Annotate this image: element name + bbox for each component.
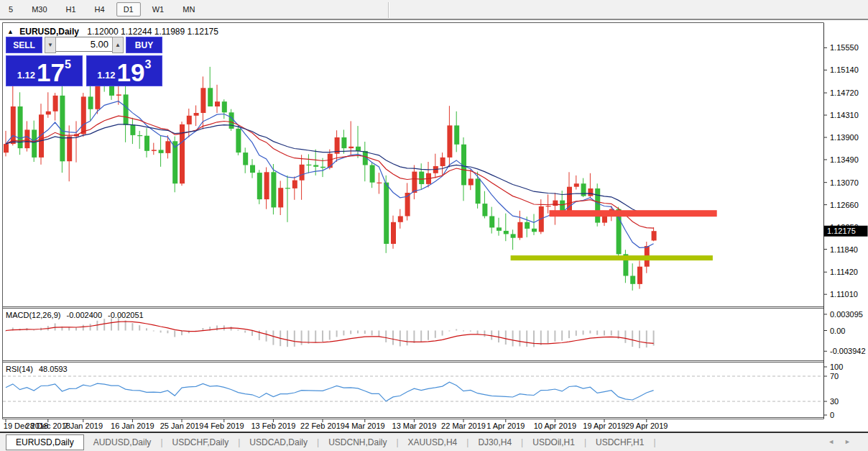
timeframe-button-d1[interactable]: D1 — [116, 2, 141, 17]
svg-text:29 Apr 2019: 29 Apr 2019 — [625, 422, 668, 430]
timeframe-toolbar: 5M30H1H4D1W1MN — [0, 0, 868, 20]
svg-text:100: 100 — [830, 363, 843, 371]
sell-price-box[interactable]: 1.12175 — [6, 55, 83, 86]
svg-text:13 Mar 2019: 13 Mar 2019 — [392, 422, 437, 430]
svg-text:-0.003942: -0.003942 — [830, 347, 866, 355]
chart-tab-usdchf-daily[interactable]: USDCHF,Daily — [163, 435, 239, 450]
chart-tab-eurusd-daily[interactable]: EURUSD,Daily — [6, 434, 84, 450]
sr-line — [550, 210, 717, 217]
chart-tab-xauusd-h4[interactable]: XAUUSD,H4 — [399, 435, 467, 450]
sell-price-sup: 5 — [65, 58, 71, 71]
chart-tab-usdchf-h1[interactable]: USDCHF,H1 — [586, 435, 653, 450]
toolbar-separator — [388, 2, 389, 18]
svg-text:1.15140: 1.15140 — [830, 65, 859, 74]
buy-price-box[interactable]: 1.12193 — [86, 55, 163, 86]
svg-text:0.003095: 0.003095 — [830, 310, 863, 319]
chart-tab-usdcad-daily[interactable]: USDCAD,Daily — [240, 435, 317, 450]
svg-text:1.11420: 1.11420 — [830, 268, 858, 276]
svg-text:25 Jan 2019: 25 Jan 2019 — [160, 422, 204, 430]
volume-decrease-button[interactable]: ▼ — [45, 37, 56, 53]
rsi-name: RSI(14) — [6, 365, 33, 373]
macd-name: MACD(12,26,9) — [6, 311, 60, 319]
svg-text:22 Feb 2019: 22 Feb 2019 — [300, 422, 345, 430]
chart-tab-usdcnh-daily[interactable]: USDCNH,Daily — [319, 435, 396, 450]
svg-text:1.14720: 1.14720 — [830, 88, 859, 97]
svg-text:13 Feb 2019: 13 Feb 2019 — [251, 422, 296, 430]
chart-tab-dj30-h4[interactable]: DJ30,H4 — [468, 435, 521, 450]
timeframe-button-w1[interactable]: W1 — [145, 2, 172, 17]
timeframe-button-m30[interactable]: M30 — [24, 2, 54, 17]
rsi-label: RSI(14) 48.0593 — [6, 365, 71, 373]
svg-text:1.13900: 1.13900 — [830, 133, 859, 142]
volume-increase-button[interactable]: ▲ — [112, 37, 124, 53]
svg-text:70: 70 — [830, 372, 839, 381]
timeframe-button-mn[interactable]: MN — [175, 2, 202, 17]
tab-scroll-left-icon[interactable]: ◄ — [828, 438, 844, 445]
macd-main-value: -0.002400 — [66, 311, 102, 319]
svg-text:30: 30 — [830, 397, 839, 406]
svg-text:4 Mar 2019: 4 Mar 2019 — [345, 422, 385, 430]
volume-input[interactable] — [56, 37, 112, 52]
macd-label: MACD(12,26,9) -0.002400 -0.002051 — [6, 311, 147, 319]
rsi-value: 48.0593 — [39, 365, 68, 373]
svg-text:1.12660: 1.12660 — [830, 201, 859, 209]
volume-spinner: ▼ ▲ — [45, 37, 124, 53]
svg-text:1.11010: 1.11010 — [830, 290, 858, 299]
chart-tab-audusd-daily[interactable]: AUDUSD,Daily — [84, 435, 161, 450]
one-click-trading-panel: SELL ▼ ▲ BUY 1.12175 1.12193 — [6, 37, 162, 86]
collapse-icon[interactable]: ▲ — [7, 28, 14, 35]
chart-ohlc-values: 1.12000 1.12244 1.11989 1.12175 — [87, 27, 218, 37]
tab-scroll-right-icon[interactable]: ► — [844, 438, 861, 445]
trading-terminal: { "toolbar": { "timeframes": [ {"label":… — [0, 0, 868, 451]
sell-button[interactable]: SELL — [6, 37, 42, 53]
svg-text:1.13490: 1.13490 — [830, 155, 859, 164]
buy-button[interactable]: BUY — [126, 37, 162, 53]
svg-text:7 Jan 2019: 7 Jan 2019 — [64, 422, 103, 430]
svg-text:0: 0 — [830, 411, 834, 419]
svg-text:0.00: 0.00 — [830, 327, 845, 335]
tab-separator: | — [653, 437, 655, 447]
chart-title: ▲ EURUSD,Daily 1.12000 1.12244 1.11989 1… — [7, 27, 218, 37]
tab-scroll-arrows: ◄► — [828, 438, 861, 445]
svg-text:1.11840: 1.11840 — [830, 245, 858, 254]
chart-tab-bar: EURUSD,DailyAUDUSD,Daily|USDCHF,Daily|US… — [0, 432, 868, 451]
svg-text:10 Apr 2019: 10 Apr 2019 — [534, 422, 576, 430]
buy-price-prefix: 1.12 — [97, 70, 115, 81]
svg-text:1.15550: 1.15550 — [830, 43, 859, 52]
sell-price-big: 17 — [37, 62, 65, 83]
timeframe-button-h1[interactable]: H1 — [59, 2, 83, 17]
svg-text:16 Jan 2019: 16 Jan 2019 — [111, 422, 154, 430]
macd-signal-value: -0.002051 — [108, 311, 144, 319]
buy-price-big: 19 — [116, 62, 144, 83]
svg-text:1.14310: 1.14310 — [830, 111, 859, 119]
timeframe-button-5[interactable]: 5 — [1, 2, 20, 17]
chart-symbol-label: EURUSD,Daily — [19, 27, 79, 37]
sr-line — [511, 255, 713, 260]
buy-price-sup: 3 — [144, 58, 151, 71]
chart-tab-usdoil-h1[interactable]: USDOil,H1 — [523, 435, 584, 450]
sell-price-prefix: 1.12 — [17, 70, 35, 81]
svg-text:1.13070: 1.13070 — [830, 178, 859, 187]
svg-text:22 Mar 2019: 22 Mar 2019 — [441, 422, 486, 430]
svg-text:19 Apr 2019: 19 Apr 2019 — [583, 422, 625, 430]
svg-text:1 Apr 2019: 1 Apr 2019 — [486, 422, 525, 430]
svg-text:1.12175: 1.12175 — [827, 227, 856, 235]
svg-text:4 Feb 2019: 4 Feb 2019 — [204, 422, 244, 430]
timeframe-button-h4[interactable]: H4 — [88, 2, 112, 17]
